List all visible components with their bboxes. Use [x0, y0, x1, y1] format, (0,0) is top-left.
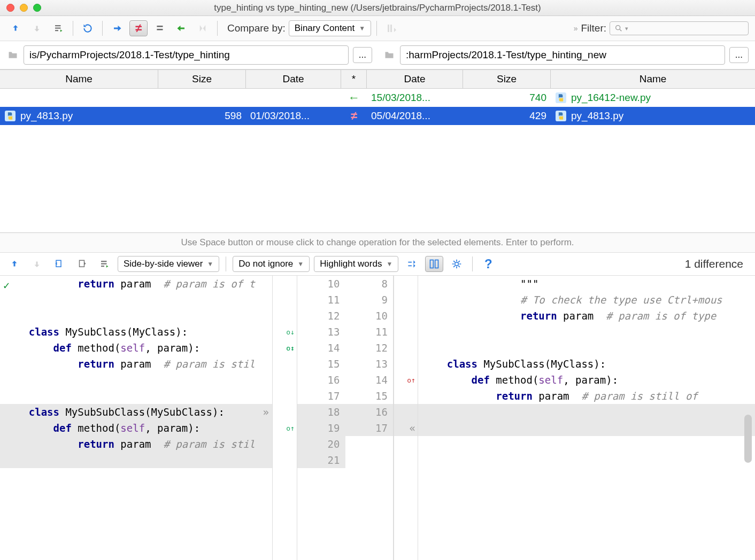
file-table-header: Name Size Date * Date Size Name: [0, 69, 755, 89]
settings-gear-icon[interactable]: [448, 256, 466, 272]
sync-scroll-icon[interactable]: [425, 256, 443, 272]
expand-tree-icon[interactable]: [382, 20, 400, 36]
ignore-mode-select[interactable]: Do not ignore▼: [233, 256, 310, 272]
chevron-down-icon: ▼: [207, 260, 213, 268]
col-status[interactable]: *: [341, 70, 367, 88]
chevron-down-icon: ▼: [386, 260, 392, 268]
compare-mode-value: Binary Content: [295, 23, 355, 34]
table-row-selected[interactable]: py_4813.py 598 01/03/2018... ≠ 05/04/201…: [0, 107, 755, 125]
left-editor[interactable]: return param # param is of t class MySub…: [0, 276, 273, 560]
gutter-right-numbers: 891011121314151617: [345, 276, 394, 560]
arrow-right-blue-icon[interactable]: [108, 20, 126, 36]
browse-right-button[interactable]: ...: [729, 47, 749, 63]
gutter-icons-right: o↑ «: [394, 276, 418, 560]
override-down-icon[interactable]: o↓: [286, 344, 295, 352]
svg-rect-6: [430, 260, 434, 268]
svg-rect-5: [80, 260, 84, 267]
filter-label: » Filter:: [574, 22, 606, 34]
diff-count-label: 1 difference: [685, 258, 750, 270]
browse-left-button[interactable]: ...: [353, 47, 372, 63]
table-row[interactable]: ← 15/03/2018... 740 py_16412-new.py: [0, 89, 755, 107]
compare-mode-select[interactable]: Binary Content ▼: [289, 20, 371, 36]
col-name-right[interactable]: Name: [551, 70, 755, 88]
arrow-up-icon[interactable]: [6, 20, 25, 36]
python-file-icon: [555, 110, 567, 122]
compare-toolbar: ≠ = Compare by: Binary Content ▼ » Filte…: [0, 16, 755, 41]
col-size-left[interactable]: Size: [158, 70, 246, 88]
next-diff-icon[interactable]: [28, 256, 46, 272]
gutter-icons-left: o↓ o↑o↓ o↑: [273, 276, 297, 560]
svg-point-0: [616, 26, 620, 30]
equal-icon[interactable]: =: [151, 20, 169, 36]
filter-input[interactable]: ▾: [610, 21, 749, 35]
arrow-down-icon[interactable]: [28, 20, 46, 36]
check-icon: ✓: [3, 279, 10, 292]
highlight-mode-select[interactable]: Highlight words▼: [314, 256, 398, 272]
svg-rect-3: [556, 111, 566, 121]
collapse-unchanged-icon[interactable]: [403, 256, 421, 272]
apply-right-icon[interactable]: [73, 256, 91, 272]
folder-icon: [383, 50, 396, 60]
python-file-icon: [555, 92, 567, 104]
col-date-left[interactable]: Date: [246, 70, 341, 88]
left-path-field[interactable]: is/PycharmProjects/2018.1-Test/type_hint…: [24, 45, 349, 65]
override-up-icon[interactable]: o↑: [407, 376, 415, 384]
col-date-right[interactable]: Date: [367, 70, 463, 88]
insert-right-icon[interactable]: »: [263, 406, 269, 418]
svg-rect-2: [5, 111, 16, 121]
insert-left-icon[interactable]: «: [410, 422, 415, 434]
folder-icon: [6, 50, 19, 60]
edit-icon[interactable]: [49, 20, 67, 36]
zoom-window-button[interactable]: [33, 4, 41, 12]
line-number-gutter: 101112131415161718192021 891011121314151…: [297, 276, 394, 560]
python-file-icon: [4, 110, 16, 122]
arrow-left-green-icon: ←: [348, 91, 360, 105]
svg-rect-1: [556, 92, 566, 103]
arrow-left-green-icon[interactable]: [172, 20, 190, 36]
col-size-right[interactable]: Size: [463, 70, 551, 88]
override-down-icon[interactable]: o↓: [286, 328, 295, 336]
apply-left-icon[interactable]: [50, 256, 68, 272]
diff-toolbar: Side-by-side viewer▼ Do not ignore▼ High…: [0, 253, 755, 276]
path-bar: is/PycharmProjects/2018.1-Test/type_hint…: [0, 41, 755, 69]
window-title: type_hinting vs type_hinting_new (/Users…: [6, 3, 749, 13]
view-mode-select[interactable]: Side-by-side viewer▼: [118, 256, 219, 272]
prev-diff-icon[interactable]: [5, 256, 24, 272]
file-table-body: ← 15/03/2018... 740 py_16412-new.py py_4…: [0, 89, 755, 233]
help-icon[interactable]: ?: [479, 256, 497, 272]
hint-text: Use Space button or mouse click to chang…: [0, 233, 755, 253]
svg-point-8: [455, 262, 459, 266]
edit-source-icon[interactable]: [95, 256, 113, 272]
refresh-icon[interactable]: [79, 20, 97, 36]
not-equal-icon[interactable]: ≠: [129, 20, 148, 36]
search-icon: [614, 24, 623, 33]
diff-viewer: ✓ return param # param is of t class MyS…: [0, 276, 755, 560]
scrollbar-right[interactable]: [744, 415, 752, 463]
titlebar: type_hinting vs type_hinting_new (/Users…: [0, 0, 755, 16]
expand-chevron-icon: »: [574, 24, 578, 33]
not-equal-icon: ≠: [351, 109, 357, 123]
right-editor[interactable]: """ # To check the type use Ctrl+mous re…: [418, 276, 755, 560]
minimize-window-button[interactable]: [20, 4, 28, 12]
chevron-down-icon: ▼: [297, 260, 304, 268]
svg-rect-7: [435, 260, 438, 268]
close-window-button[interactable]: [6, 4, 14, 12]
right-path-field[interactable]: :harmProjects/2018.1-Test/type_hinting_n…: [400, 45, 725, 65]
diff-merge-icon[interactable]: [194, 20, 212, 36]
col-name-left[interactable]: Name: [0, 70, 158, 88]
chevron-down-icon: ▼: [359, 25, 365, 32]
compare-by-label: Compare by:: [227, 22, 286, 34]
override-up-icon[interactable]: o↑: [286, 424, 295, 432]
gutter-left-numbers: 101112131415161718192021: [297, 276, 345, 560]
